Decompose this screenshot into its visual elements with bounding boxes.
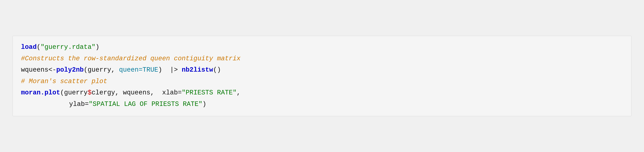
token-clergy: clergy: [92, 89, 115, 96]
token-close2: ): [158, 66, 170, 74]
token-wqueens-arg: , wqueens, xlab=: [115, 89, 182, 96]
token-paren-close: ): [96, 43, 99, 51]
token-wqueens: wqueens: [21, 66, 48, 74]
token-close-paren-final: ): [202, 100, 206, 108]
code-line-2: #Constructs the row-standardized queen c…: [21, 53, 623, 65]
code-line-3: wqueens<-poly2nb(guerry, queen=TRUE) |> …: [21, 64, 623, 76]
code-line-6: ylab="SPATIAL LAG OF PRIESTS RATE"): [21, 98, 623, 110]
token-moran-plot: moran.plot: [21, 89, 60, 96]
token-paren3: (guerry: [60, 89, 88, 96]
token-priests-rate: "PRIESTS RATE": [182, 89, 236, 96]
code-line-1: load("guerry.rdata"): [21, 41, 623, 53]
token-ylab: ylab=: [69, 100, 89, 108]
token-nb2listw: nb2listw: [182, 66, 213, 74]
code-line-5: moran.plot(guerry$clergy, wqueens, xlab=…: [21, 87, 623, 98]
token-spatial-lag: "SPATIAL LAG OF PRIESTS RATE": [89, 100, 202, 108]
code-block: load("guerry.rdata") #Constructs the row…: [21, 41, 623, 110]
token-paren2: (guerry,: [84, 66, 119, 74]
token-paren-open: (: [36, 43, 40, 51]
token-dollar: $: [88, 89, 92, 96]
token-space: [178, 66, 182, 74]
token-comment-2: # Moran's scatter plot: [21, 78, 107, 85]
code-indent: [21, 98, 69, 110]
token-pipe: |>: [170, 66, 178, 74]
token-queen-param: queen=TRUE: [119, 66, 158, 74]
token-comment-1: #Constructs the row-standardized queen c…: [21, 55, 240, 62]
token-empty-parens: (): [213, 66, 221, 74]
code-container: load("guerry.rdata") #Constructs the row…: [12, 36, 632, 116]
token-comma: ,: [236, 89, 240, 96]
token-poly2nb: poly2nb: [56, 66, 84, 74]
token-load: load: [21, 43, 36, 51]
token-assign: <-: [48, 66, 56, 74]
token-string-rdata: "guerry.rdata": [40, 43, 96, 51]
code-line-4: # Moran's scatter plot: [21, 76, 623, 87]
